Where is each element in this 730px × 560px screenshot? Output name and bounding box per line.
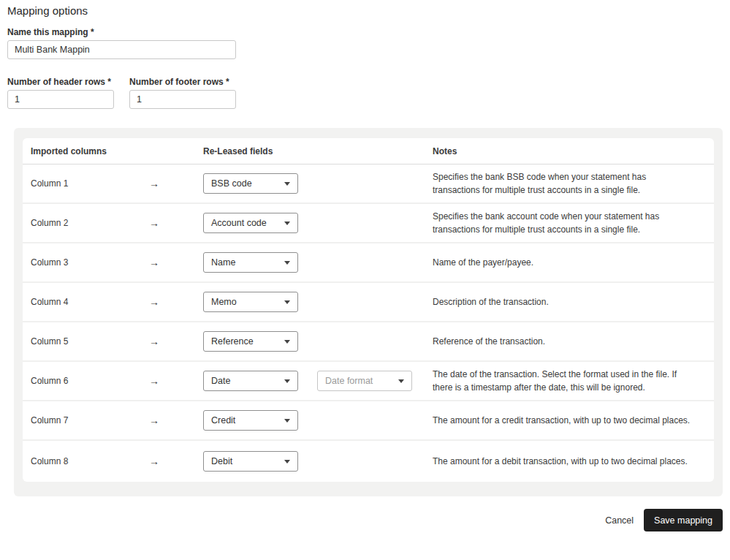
- footer-rows-field-group: Number of footer rows *: [129, 77, 236, 109]
- chevron-down-icon: [284, 222, 290, 225]
- note-text: Reference of the transaction.: [433, 335, 696, 348]
- field-cell: Credit: [203, 410, 433, 431]
- field-cell: Name: [203, 252, 433, 273]
- page-title: Mapping options: [7, 4, 723, 17]
- field-cell: BSB code: [203, 173, 433, 194]
- field-cell: Memo: [203, 292, 433, 312]
- header-fields: Re-Leased fields: [203, 146, 433, 156]
- mapping-options-page: Mapping options Name this mapping * Numb…: [0, 0, 730, 531]
- save-mapping-button[interactable]: Save mapping: [644, 509, 723, 531]
- name-field-group: Name this mapping *: [7, 27, 723, 59]
- chevron-down-icon: [284, 300, 290, 304]
- mapping-table: Imported columns Re-Leased fields Notes …: [23, 138, 714, 482]
- imported-column-label: Column 1: [31, 178, 118, 189]
- date-format-select-label: Date format: [325, 376, 373, 386]
- arrow-icon: →: [118, 178, 203, 189]
- chevron-down-icon: [284, 419, 290, 423]
- footer-actions: Cancel Save mapping: [7, 509, 723, 531]
- cancel-button[interactable]: Cancel: [599, 511, 639, 530]
- arrow-icon: →: [118, 415, 203, 426]
- field-cell: Date Date format: [203, 371, 433, 391]
- footer-rows-label: Number of footer rows *: [129, 77, 236, 87]
- field-select-label: Debit: [211, 456, 232, 466]
- table-row: Column 2 → Account code Specifies the ba…: [23, 204, 714, 243]
- field-cell: Reference: [203, 331, 433, 352]
- header-rows-input[interactable]: [7, 90, 114, 109]
- arrow-icon: →: [118, 257, 203, 268]
- table-row: Column 4 → Memo Description of the trans…: [23, 283, 714, 322]
- note-text: Specifies the bank account code when you…: [433, 210, 696, 236]
- header-rows-field-group: Number of header rows *: [7, 77, 114, 109]
- field-select[interactable]: Name: [203, 252, 298, 273]
- field-select[interactable]: Debit: [203, 451, 298, 472]
- field-select-label: Account code: [211, 218, 267, 228]
- rows-fields-group: Number of header rows * Number of footer…: [7, 77, 723, 109]
- arrow-icon: →: [118, 217, 203, 229]
- field-select[interactable]: Reference: [203, 331, 298, 352]
- note-text: The amount for a debit transaction, with…: [433, 455, 696, 468]
- note-text: The amount for a credit transaction, wit…: [433, 414, 696, 427]
- note-text: Specifies the bank BSB code when your st…: [433, 170, 696, 197]
- field-cell: Debit: [203, 451, 433, 472]
- field-select-label: Memo: [211, 297, 237, 307]
- arrow-icon: →: [118, 375, 203, 387]
- field-select-label: Name: [211, 257, 235, 268]
- imported-column-label: Column 3: [31, 257, 118, 268]
- name-field-label: Name this mapping *: [7, 27, 723, 37]
- field-select-label: BSB code: [211, 178, 252, 189]
- header-notes: Notes: [433, 146, 706, 156]
- imported-column-label: Column 6: [31, 376, 118, 386]
- field-select[interactable]: BSB code: [203, 173, 298, 194]
- mapping-panel: Imported columns Re-Leased fields Notes …: [14, 128, 723, 496]
- chevron-down-icon: [398, 379, 404, 383]
- footer-rows-input[interactable]: [129, 90, 236, 109]
- chevron-down-icon: [284, 340, 290, 344]
- table-row: Column 7 → Credit The amount for a credi…: [23, 401, 714, 441]
- arrow-icon: →: [118, 296, 203, 308]
- note-text: Name of the payer/payee.: [433, 256, 696, 269]
- table-row: Column 3 → Name Name of the payer/payee.: [23, 243, 714, 283]
- table-row: Column 5 → Reference Reference of the tr…: [23, 322, 714, 362]
- imported-column-label: Column 2: [31, 218, 118, 228]
- chevron-down-icon: [284, 261, 290, 265]
- header-imported-columns: Imported columns: [31, 146, 118, 156]
- field-select[interactable]: Account code: [203, 213, 298, 233]
- date-format-select[interactable]: Date format: [317, 371, 412, 391]
- field-select-label: Credit: [211, 415, 235, 425]
- header-rows-label: Number of header rows *: [7, 77, 114, 87]
- chevron-down-icon: [284, 379, 290, 383]
- field-select-label: Date: [211, 376, 230, 386]
- chevron-down-icon: [284, 182, 290, 186]
- field-select[interactable]: Memo: [203, 292, 298, 312]
- note-text: Description of the transaction.: [433, 295, 696, 309]
- table-header-row: Imported columns Re-Leased fields Notes: [23, 138, 714, 164]
- arrow-icon: →: [118, 455, 203, 467]
- imported-column-label: Column 7: [31, 415, 118, 425]
- chevron-down-icon: [284, 460, 290, 463]
- mapping-table-body: Column 1 → BSB code Specifies the bank B…: [23, 164, 714, 482]
- imported-column-label: Column 8: [31, 456, 118, 466]
- table-row: Column 1 → BSB code Specifies the bank B…: [23, 164, 714, 204]
- mapping-name-input[interactable]: [7, 40, 236, 59]
- table-row: Column 6 → Date Date format The date of …: [23, 362, 714, 401]
- field-cell: Account code: [203, 213, 433, 233]
- imported-column-label: Column 4: [31, 297, 118, 307]
- arrow-icon: →: [118, 336, 203, 347]
- table-row: Column 8 → Debit The amount for a debit …: [23, 441, 714, 482]
- note-text: The date of the transaction. Select the …: [433, 368, 696, 394]
- field-select-label: Reference: [211, 336, 254, 347]
- field-select[interactable]: Date: [203, 371, 298, 391]
- field-select[interactable]: Credit: [203, 410, 298, 431]
- imported-column-label: Column 5: [31, 336, 118, 347]
